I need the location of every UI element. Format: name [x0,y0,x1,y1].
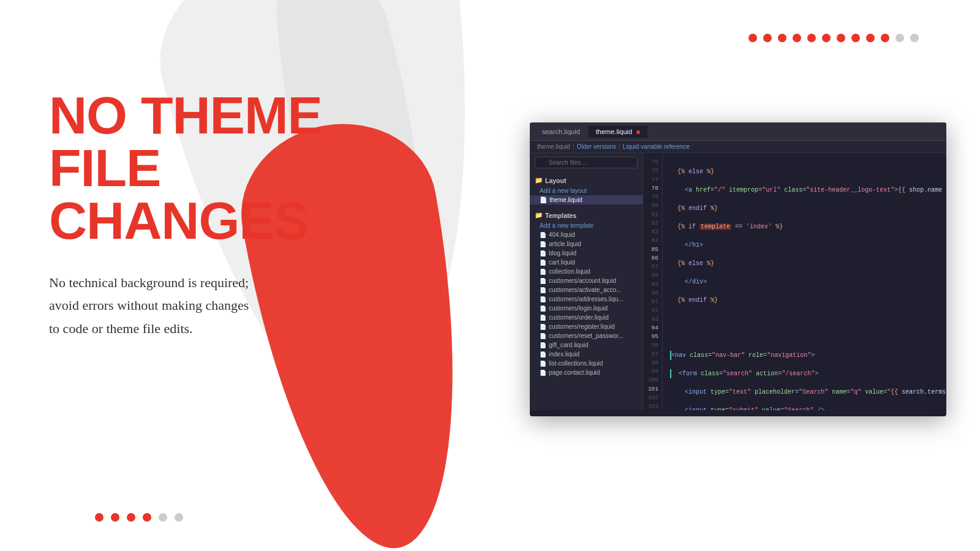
code-line-82: {% endif %} [670,296,946,305]
dot-6 [175,513,183,522]
dot-tr-9 [866,34,875,42]
templates-section-header: 📁 Templates [530,209,643,221]
dot-4 [143,513,151,522]
add-template-link[interactable]: Add a new template [530,221,643,230]
code-line-78: {% if template == 'index' %} [670,222,946,231]
title-line2: FILE CHANGES [49,138,308,250]
layout-section-title: Layout [545,177,566,184]
search-files-input[interactable] [535,157,638,168]
dot-tr-7 [837,34,845,42]
dot-tr-1 [748,34,757,42]
file-icon-theme: 📄 [540,197,547,203]
dot-tr-10 [881,34,889,42]
code-line-84 [670,332,946,342]
dot-1 [95,513,104,522]
code-line-79: </h1> [670,241,946,250]
templates-section-title: Templates [545,212,576,219]
editor-breadcrumb: theme.liquid | Older versions | Liquid v… [530,141,946,153]
layout-section: 📁 Layout Add a new layout 📄 theme.liquid [530,172,643,207]
dot-tr-12 [910,34,919,42]
dots-top-right [748,34,919,42]
tree-file-article[interactable]: 📄article.liquid [530,239,643,249]
subtitle-text: No technical background is required; avo… [49,271,392,340]
breadcrumb-file: theme.liquid [537,143,570,150]
dot-tr-8 [851,34,860,42]
code-line-83 [670,314,946,323]
code-line-75: {% else %} [670,167,946,176]
dot-tr-2 [763,34,772,42]
file-tree: 🔍 📁 Layout Add a new layout 📄 theme.liqu… [530,153,643,410]
layout-folder-icon: 📁 [535,176,543,184]
code-line-81: </div> [670,277,946,287]
dot-2 [111,513,119,522]
tree-file-cust-login[interactable]: 📄customers/login.liquid [530,304,643,313]
file-name-theme-liquid: theme.liquid [549,197,582,203]
editor-tab-bar: search.liquid theme.liquid [530,122,946,141]
code-line-86: <form class="search" action="/search"> [670,369,946,378]
breadcrumb-link-older[interactable]: Older versions [577,143,616,150]
templates-folder-icon: 📁 [535,211,543,219]
tree-file-cart[interactable]: 📄cart.liquid [530,258,643,267]
tree-file-cust-account[interactable]: 📄customers/account.liquid [530,276,643,285]
title-line1: NO THEME [49,86,322,144]
tree-file-collection[interactable]: 📄collection.liquid [530,267,643,276]
code-line-76: <a href="/" itemprop="url" class="site-h… [670,186,946,195]
dot-tr-5 [807,34,816,42]
tree-file-cust-addresses[interactable]: 📄customers/addresses.liqu... [530,294,643,304]
tree-file-theme-liquid[interactable]: 📄 theme.liquid [530,195,643,204]
dot-tr-3 [778,34,786,42]
code-line-80: {% else %} [670,259,946,268]
dot-tr-11 [895,34,904,42]
tree-file-cust-register[interactable]: 📄customers/register.liquid [530,322,643,331]
left-content: NO THEME FILE CHANGES No technical backg… [49,89,392,340]
tab-theme-liquid[interactable]: theme.liquid [589,126,647,138]
dot-5 [159,513,167,522]
tree-file-404[interactable]: 📄404.liquid [530,230,643,239]
tab-search-liquid[interactable]: search.liquid [535,126,587,138]
code-line-77: {% endif %} [670,204,946,213]
code-line-85: <nav class="nav-bar" role="navigation"> [670,351,946,360]
code-editor: search.liquid theme.liquid theme.liquid … [530,122,946,416]
tree-file-cust-reset[interactable]: 📄customers/reset_passwor... [530,331,643,340]
dot-3 [127,513,135,522]
tree-file-page-contact[interactable]: 📄page.contact.liquid [530,368,643,377]
modified-indicator [636,130,640,134]
code-lines-container: 75 76 77 78 79 80 81 82 83 84 85 86 87 8… [643,153,946,410]
templates-section: 📁 Templates Add a new template 📄404.liqu… [530,207,643,380]
add-layout-link[interactable]: Add a new layout [530,186,643,195]
code-area[interactable]: 75 76 77 78 79 80 81 82 83 84 85 86 87 8… [643,153,946,410]
main-title: NO THEME FILE CHANGES [49,89,392,247]
tree-file-gift-card[interactable]: 📄gift_card.liquid [530,340,643,350]
layout-section-header: 📁 Layout [530,174,643,186]
tree-file-cust-order[interactable]: 📄customers/order.liquid [530,313,643,322]
tree-file-blog[interactable]: 📄blog.liquid [530,249,643,258]
code-content: {% else %} <a href="/" itemprop="url" cl… [663,153,946,410]
dot-tr-4 [793,34,801,42]
line-numbers: 75 76 77 78 79 80 81 82 83 84 85 86 87 8… [643,153,663,410]
code-line-87: <input type="text" placeholder="Search" … [670,388,946,397]
search-wrapper: 🔍 [535,157,638,168]
file-tree-header: 🔍 [530,153,643,172]
code-line-88: <input type="submit" value="Search" /> [670,406,946,410]
tree-file-index[interactable]: 📄index.liquid [530,350,643,359]
tree-file-list-collections[interactable]: 📄list-collections.liquid [530,359,643,368]
dots-bottom-left [95,513,183,522]
editor-body: 🔍 📁 Layout Add a new layout 📄 theme.liqu… [530,153,946,410]
dot-tr-6 [822,34,831,42]
tree-file-cust-activate[interactable]: 📄customers/activate_acco... [530,285,643,294]
breadcrumb-link-liquid-ref[interactable]: Liquid variable reference [623,143,690,150]
